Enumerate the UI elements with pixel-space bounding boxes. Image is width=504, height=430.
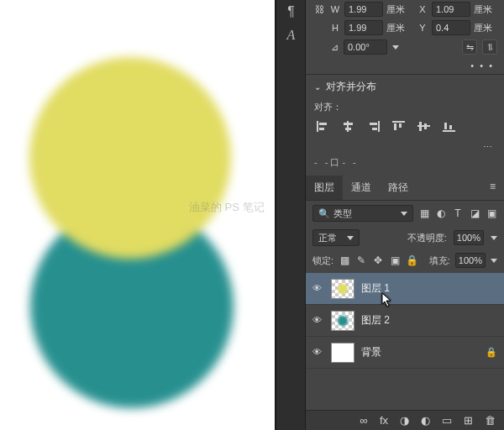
layer-thumb[interactable] <box>331 311 354 331</box>
w-field[interactable]: 1.99 <box>344 2 383 17</box>
layer-thumb[interactable] <box>331 279 354 299</box>
rotation-icon: ⊿ <box>331 42 339 53</box>
w-unit: 厘米 <box>386 3 405 16</box>
layer-row[interactable]: 👁 图层 1 <box>306 273 504 305</box>
h-field[interactable]: 1.99 <box>344 20 383 35</box>
more-dots[interactable]: • • • <box>306 57 504 74</box>
y-unit: 厘米 <box>474 22 492 34</box>
filter-adjust-icon[interactable]: ◐ <box>435 207 447 219</box>
layer-name[interactable]: 图层 1 <box>361 281 390 296</box>
svg-rect-1 <box>319 123 327 125</box>
layer-row[interactable]: 👁 背景 🔒 <box>306 337 504 369</box>
align-bottom-icon[interactable] <box>442 120 455 132</box>
align-section-title[interactable]: ⌄ 对齐并分布 <box>314 80 496 94</box>
panel-menu-icon[interactable]: ≡ <box>481 176 504 200</box>
svg-rect-9 <box>392 121 405 123</box>
filter-text-icon[interactable]: T <box>452 207 464 219</box>
lock-all-icon[interactable]: 🔒 <box>406 254 417 266</box>
align-distribute-section: ⌄ 对齐并分布 对齐： ⋯ - -口- - <box>306 74 504 176</box>
chevron-down-icon: ⌄ <box>314 82 321 92</box>
lock-brush-icon[interactable]: ✎ <box>355 254 367 266</box>
tab-paths[interactable]: 路径 <box>380 176 417 200</box>
opacity-dropdown-icon[interactable] <box>491 236 497 240</box>
fill-field[interactable]: 100% <box>455 253 486 268</box>
align-vcenter-icon[interactable] <box>417 120 430 132</box>
align-top-icon[interactable] <box>391 120 405 132</box>
align-right-icon[interactable] <box>366 120 380 132</box>
rotation-dropdown-icon[interactable] <box>392 45 399 50</box>
flip-vertical-button[interactable]: ⥮ <box>482 39 497 55</box>
filter-image-icon[interactable]: ▦ <box>418 207 430 219</box>
svg-rect-5 <box>345 128 351 130</box>
svg-rect-8 <box>372 128 377 130</box>
h-unit: 厘米 <box>386 22 405 34</box>
align-left-icon[interactable] <box>316 120 329 132</box>
link-layers-icon[interactable]: ∞ <box>360 414 368 427</box>
right-panels: ⛓ W 1.99 厘米 X 1.09 厘米 H 1.99 厘米 Y 0.4 厘米… <box>306 0 504 430</box>
lock-pixels-icon[interactable]: ▩ <box>339 254 350 266</box>
align-icons-row <box>314 120 496 132</box>
canvas[interactable]: 油菜的 PS 笔记 <box>0 0 275 430</box>
new-layer-icon[interactable]: ⊞ <box>464 414 473 427</box>
y-label: Y <box>417 23 428 33</box>
layer-name[interactable]: 图层 2 <box>361 313 390 328</box>
rotation-row: ⊿ 0.00° ⇋ ⥮ <box>306 37 504 57</box>
group-icon[interactable]: ▭ <box>442 414 452 427</box>
section-divider: - -口- - <box>314 155 496 170</box>
filter-kind-dropdown[interactable]: 🔍类型 <box>312 205 413 222</box>
layer-row[interactable]: 👁 图层 2 <box>306 305 504 337</box>
tab-layers[interactable]: 图层 <box>306 176 343 200</box>
align-title-text: 对齐并分布 <box>326 80 376 94</box>
svg-rect-10 <box>394 123 396 130</box>
props-row-hy: H 1.99 厘米 Y 0.4 厘米 <box>306 18 504 37</box>
rotation-field[interactable]: 0.00° <box>344 39 387 55</box>
link-wh-icon[interactable]: ⛓ <box>312 4 326 14</box>
lock-icon: 🔒 <box>486 347 497 358</box>
x-field[interactable]: 1.09 <box>432 2 470 17</box>
lock-row: 锁定: ▩ ✎ ✥ ▣ 🔒 填充: 100% <box>306 249 504 271</box>
lock-position-icon[interactable]: ✥ <box>372 254 384 266</box>
glyph-panel-icon[interactable]: A <box>276 24 306 47</box>
x-label: X <box>417 4 428 14</box>
flip-horizontal-button[interactable]: ⇋ <box>462 39 477 55</box>
align-more-icon[interactable]: ⋯ <box>314 140 496 155</box>
blend-row: 正常 不透明度: 100% <box>306 226 504 249</box>
opacity-field[interactable]: 100% <box>454 230 484 245</box>
chevron-down-icon <box>401 212 407 216</box>
layer-name[interactable]: 背景 <box>361 345 381 359</box>
fill-dropdown-icon[interactable] <box>491 259 497 263</box>
x-unit: 厘米 <box>474 3 492 16</box>
svg-rect-13 <box>419 122 422 131</box>
lock-artboard-icon[interactable]: ▣ <box>389 254 401 266</box>
y-field[interactable]: 0.4 <box>432 20 470 35</box>
adjustment-icon[interactable]: ◐ <box>421 414 430 427</box>
fx-icon[interactable]: fx <box>380 414 388 427</box>
mask-icon[interactable]: ◑ <box>400 414 409 427</box>
shape-yellow-circle[interactable] <box>29 57 231 259</box>
w-label: W <box>329 4 341 14</box>
svg-rect-7 <box>370 123 377 125</box>
fill-label: 填充: <box>429 254 450 267</box>
svg-rect-4 <box>344 123 353 125</box>
visibility-eye-icon[interactable]: 👁 <box>312 283 324 295</box>
filter-smart-icon[interactable]: ▣ <box>486 207 497 219</box>
blend-mode-dropdown[interactable]: 正常 <box>312 229 360 246</box>
visibility-eye-icon[interactable]: 👁 <box>312 315 324 327</box>
svg-rect-17 <box>449 125 452 129</box>
lock-label: 锁定: <box>312 254 333 267</box>
layers-list: 👁 图层 1 👁 图层 2 👁 背景 🔒 <box>306 271 504 369</box>
tools-strip: ¶ A <box>276 0 306 430</box>
filter-shape-icon[interactable]: ◪ <box>469 207 480 219</box>
paragraph-panel-icon[interactable]: ¶ <box>276 0 306 24</box>
svg-rect-3 <box>347 121 349 132</box>
trash-icon[interactable]: 🗑 <box>485 414 496 427</box>
tab-channels[interactable]: 通道 <box>343 176 380 200</box>
search-icon: 🔍 <box>318 208 330 219</box>
layer-filter-row: 🔍类型 ▦ ◐ T ◪ ▣ <box>306 201 504 226</box>
svg-rect-14 <box>424 123 427 129</box>
opacity-label: 不透明度: <box>407 232 447 244</box>
align-hcenter-icon[interactable] <box>341 120 354 132</box>
svg-rect-0 <box>317 121 318 132</box>
visibility-eye-icon[interactable]: 👁 <box>312 347 324 359</box>
layer-thumb[interactable] <box>331 343 354 363</box>
